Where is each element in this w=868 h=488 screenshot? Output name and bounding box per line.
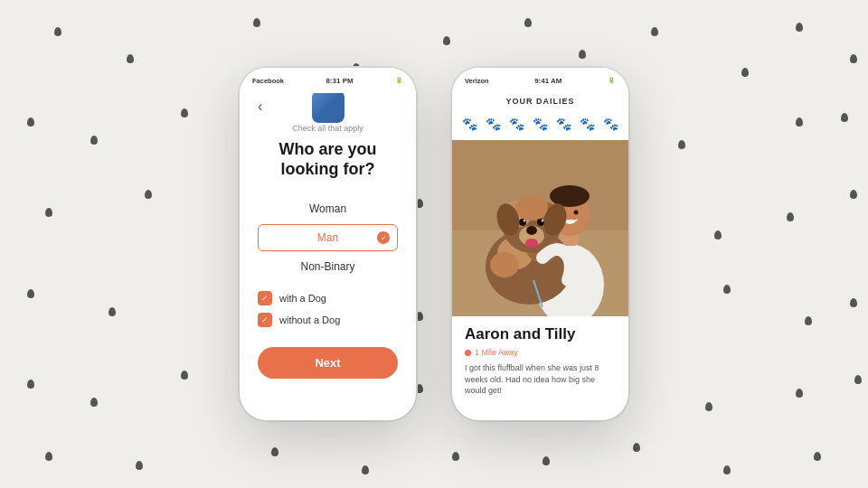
bg-dot bbox=[579, 50, 586, 59]
battery-text-left: 🔋 bbox=[395, 77, 403, 84]
status-bar-right: Verizon 9:41 AM 🔋 bbox=[452, 68, 628, 93]
bg-dot bbox=[542, 456, 550, 465]
status-battery-right: 🔋 bbox=[608, 77, 616, 84]
option-nonbinary[interactable]: Non-Binary bbox=[258, 253, 398, 280]
bg-dot bbox=[796, 23, 803, 32]
paw-icon-6[interactable]: 🐾 bbox=[580, 115, 596, 133]
phones-wrapper: Facebook 8:31 PM 🔋 ‹ Check all that appl… bbox=[240, 68, 628, 420]
status-carrier-right: Verizon bbox=[465, 77, 489, 85]
bg-dot bbox=[443, 36, 450, 45]
svg-point-16 bbox=[515, 195, 548, 221]
bg-dot bbox=[145, 190, 152, 199]
checkbox-icon-dog: ✓ bbox=[258, 291, 272, 305]
phone1-header: ‹ bbox=[258, 93, 398, 124]
status-time-right: 9:41 AM bbox=[534, 77, 561, 85]
checkmark-icon: ✓ bbox=[377, 231, 390, 244]
status-time-left: 8:31 PM bbox=[326, 77, 353, 85]
main-question: Who are you looking for? bbox=[258, 140, 398, 179]
paw-icon-4[interactable]: 🐾 bbox=[532, 115, 548, 133]
profile-photo bbox=[452, 140, 628, 316]
paw-icons-row: 🐾 🐾 🐾 🐾 🐾 🐾 🐾 bbox=[452, 111, 628, 140]
bg-dot bbox=[850, 190, 857, 199]
bg-dot bbox=[787, 212, 794, 221]
phone-left: Facebook 8:31 PM 🔋 ‹ Check all that appl… bbox=[240, 68, 416, 420]
next-button[interactable]: Next bbox=[258, 347, 398, 379]
bg-dot bbox=[27, 380, 34, 389]
bg-dot bbox=[136, 461, 143, 470]
bg-dot bbox=[705, 402, 712, 411]
bg-dot bbox=[181, 108, 188, 117]
bg-dot bbox=[27, 117, 34, 127]
bg-dot bbox=[805, 316, 812, 325]
checkbox-with-dog[interactable]: ✓ with a Dog bbox=[258, 291, 398, 305]
svg-point-23 bbox=[542, 220, 544, 222]
svg-point-12 bbox=[490, 252, 519, 277]
option-woman[interactable]: Woman bbox=[258, 195, 398, 222]
paw-icon-7[interactable]: 🐾 bbox=[603, 115, 619, 133]
profile-info: Aaron and Tilly 1 Mile Away I got this f… bbox=[452, 316, 628, 420]
svg-point-7 bbox=[574, 211, 579, 215]
dailies-header: YOUR DAILIES bbox=[452, 93, 628, 111]
status-carrier-left: Facebook bbox=[252, 77, 284, 85]
bg-dot bbox=[723, 465, 731, 474]
back-arrow-icon[interactable]: ‹ bbox=[258, 99, 262, 115]
bg-dot bbox=[814, 452, 821, 461]
bg-dot bbox=[54, 27, 61, 36]
phone2-content: YOUR DAILIES 🐾 🐾 🐾 🐾 🐾 🐾 🐾 bbox=[452, 93, 628, 420]
svg-point-5 bbox=[550, 185, 590, 207]
avatar bbox=[312, 93, 344, 123]
profile-bio: I got this fluffball when she was just 8… bbox=[465, 362, 616, 397]
profile-photo-svg bbox=[452, 140, 628, 316]
bg-dot bbox=[271, 447, 278, 456]
bg-dot bbox=[678, 140, 685, 149]
bg-dot bbox=[452, 452, 459, 461]
bg-dot bbox=[714, 230, 722, 239]
svg-point-19 bbox=[525, 239, 538, 248]
bg-dot bbox=[45, 452, 52, 461]
bg-dot bbox=[127, 54, 134, 63]
bg-dot bbox=[796, 117, 803, 127]
status-bar-left: Facebook 8:31 PM 🔋 bbox=[240, 68, 416, 93]
subtitle-text: Check all that apply bbox=[258, 124, 398, 133]
bg-dot bbox=[362, 465, 369, 474]
bg-dot bbox=[651, 27, 658, 36]
svg-point-18 bbox=[526, 226, 537, 235]
paw-icon-2[interactable]: 🐾 bbox=[485, 115, 501, 133]
bg-dot bbox=[723, 285, 731, 294]
bg-dot bbox=[741, 68, 749, 77]
bg-dot bbox=[253, 18, 260, 27]
bg-dot bbox=[27, 289, 34, 298]
bg-dot bbox=[90, 398, 98, 407]
bg-dot bbox=[181, 371, 188, 380]
bg-dot bbox=[854, 375, 862, 384]
location-icon bbox=[465, 350, 471, 356]
checkbox-without-dog[interactable]: ✓ without a Dog bbox=[258, 313, 398, 327]
profile-name: Aaron and Tilly bbox=[465, 325, 616, 343]
phone-right: Verizon 9:41 AM 🔋 YOUR DAILIES 🐾 🐾 🐾 🐾 🐾… bbox=[452, 68, 628, 420]
bg-dot bbox=[90, 136, 98, 145]
bg-dot bbox=[841, 113, 848, 122]
bg-dot bbox=[108, 307, 116, 316]
svg-point-22 bbox=[524, 220, 526, 222]
bg-dot bbox=[796, 389, 803, 398]
bg-dot bbox=[850, 54, 857, 63]
phone1-content: ‹ Check all that apply Who are you looki… bbox=[240, 93, 416, 420]
bg-dot bbox=[524, 18, 532, 27]
bg-dot bbox=[45, 208, 52, 217]
paw-icon-1[interactable]: 🐾 bbox=[461, 115, 477, 133]
bg-dot bbox=[850, 298, 857, 307]
option-man[interactable]: Man ✓ bbox=[258, 224, 398, 251]
checkbox-icon-nodog: ✓ bbox=[258, 313, 272, 327]
paw-icon-3[interactable]: 🐾 bbox=[508, 115, 524, 133]
avatar-inner bbox=[312, 93, 344, 123]
status-battery-left: 🔋 bbox=[395, 77, 403, 84]
paw-icon-5[interactable]: 🐾 bbox=[556, 115, 572, 133]
profile-distance: 1 Mile Away bbox=[465, 348, 616, 357]
bg-dot bbox=[633, 443, 640, 452]
